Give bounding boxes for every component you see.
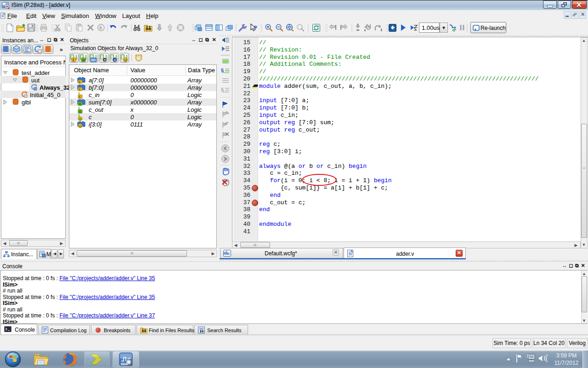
svg-text:I: I <box>79 80 80 84</box>
svg-text:O: O <box>82 58 85 62</box>
svg-text:I/O: I/O <box>91 58 96 62</box>
svg-text:U: U <box>79 125 81 128</box>
svg-text:I: I <box>79 88 80 91</box>
svg-text:U: U <box>124 58 127 62</box>
svg-text:+: + <box>104 58 106 62</box>
svg-text:O: O <box>79 103 82 106</box>
svg-text:O: O <box>79 110 82 113</box>
svg-text:I: I <box>73 58 74 62</box>
svg-text:I: I <box>79 95 80 98</box>
svg-text:?: ? <box>254 24 257 31</box>
svg-text:ISim: ISim <box>121 362 128 366</box>
svg-text:C: C <box>114 58 117 62</box>
svg-text:U: U <box>79 117 81 121</box>
